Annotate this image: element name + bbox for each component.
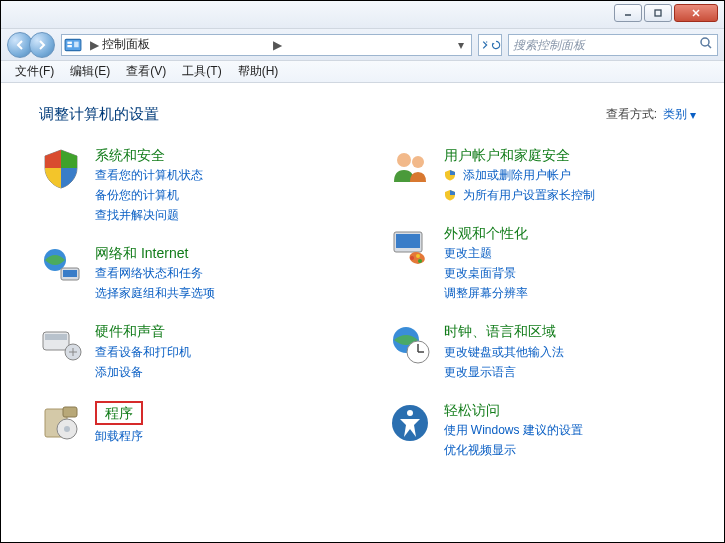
- category-system-security: 系统和安全 查看您的计算机状态 备份您的计算机 查找并解决问题: [39, 146, 348, 224]
- search-icon[interactable]: [699, 36, 713, 53]
- category-link[interactable]: 调整屏幕分辨率: [444, 284, 528, 302]
- category-ease-access: 轻松访问 使用 Windows 建议的设置 优化视频显示: [388, 401, 697, 459]
- category-link[interactable]: 选择家庭组和共享选项: [95, 284, 215, 302]
- category-link[interactable]: 更改主题: [444, 244, 528, 262]
- category-title[interactable]: 时钟、语言和区域: [444, 322, 564, 340]
- category-title[interactable]: 外观和个性化: [444, 224, 528, 242]
- address-box[interactable]: ▶ 控制面板 ▶ ▾: [61, 34, 472, 56]
- svg-rect-14: [45, 334, 67, 340]
- category-link[interactable]: 查看您的计算机状态: [95, 166, 203, 184]
- search-box[interactable]: [508, 34, 718, 56]
- svg-point-24: [410, 256, 414, 260]
- svg-rect-6: [67, 45, 72, 47]
- category-network: 网络和 Internet 查看网络状态和任务 选择家庭组和共享选项: [39, 244, 348, 302]
- view-by: 查看方式: 类别 ▾: [606, 106, 696, 123]
- menu-help[interactable]: 帮助(H): [230, 61, 287, 82]
- network-icon: [39, 244, 83, 288]
- control-panel-icon: [64, 37, 82, 53]
- view-by-label: 查看方式:: [606, 106, 657, 123]
- category-link[interactable]: 查看网络状态和任务: [95, 264, 215, 282]
- shield-icon: [39, 146, 83, 190]
- appearance-icon: [388, 224, 432, 268]
- menu-bar: 文件(F) 编辑(E) 查看(V) 工具(T) 帮助(H): [1, 61, 724, 83]
- category-programs: 程序 卸载程序: [39, 401, 348, 445]
- category-link[interactable]: 为所有用户设置家长控制: [444, 186, 595, 204]
- uac-shield-icon: [444, 188, 456, 200]
- breadcrumb-location[interactable]: 控制面板: [102, 36, 270, 53]
- address-bar: ▶ 控制面板 ▶ ▾: [1, 29, 724, 61]
- svg-line-9: [708, 45, 711, 48]
- category-title[interactable]: 程序: [105, 405, 133, 421]
- menu-edit[interactable]: 编辑(E): [62, 61, 118, 82]
- right-column: 用户帐户和家庭安全 添加或删除用户帐户 为所有用户设置家长控制 外观: [388, 146, 697, 459]
- svg-rect-19: [63, 407, 77, 417]
- category-title[interactable]: 用户帐户和家庭安全: [444, 146, 595, 164]
- category-link[interactable]: 更改桌面背景: [444, 264, 528, 282]
- breadcrumb-chevron-icon[interactable]: ▶: [270, 38, 286, 52]
- page-heading: 调整计算机的设置: [39, 105, 159, 124]
- users-icon: [388, 146, 432, 190]
- svg-rect-1: [655, 10, 661, 16]
- category-link[interactable]: 添加设备: [95, 363, 191, 381]
- category-link[interactable]: 查看设备和打印机: [95, 343, 191, 361]
- maximize-button[interactable]: [644, 4, 672, 22]
- category-appearance: 外观和个性化 更改主题 更改桌面背景 调整屏幕分辨率: [388, 224, 697, 302]
- clock-icon: [388, 322, 432, 366]
- hardware-icon: [39, 322, 83, 366]
- menu-tools[interactable]: 工具(T): [174, 61, 229, 82]
- ease-icon: [388, 401, 432, 445]
- category-title[interactable]: 轻松访问: [444, 401, 583, 419]
- category-users: 用户帐户和家庭安全 添加或删除用户帐户 为所有用户设置家长控制: [388, 146, 697, 204]
- category-link[interactable]: 备份您的计算机: [95, 186, 203, 204]
- svg-point-26: [418, 259, 422, 263]
- chevron-down-icon: ▾: [690, 108, 696, 122]
- category-clock: 时钟、语言和区域 更改键盘或其他输入法 更改显示语言: [388, 322, 697, 380]
- category-title[interactable]: 硬件和声音: [95, 322, 191, 340]
- category-link[interactable]: 使用 Windows 建议的设置: [444, 421, 583, 439]
- view-by-dropdown[interactable]: 类别 ▾: [663, 106, 696, 123]
- svg-point-8: [701, 38, 709, 46]
- svg-rect-5: [67, 41, 72, 43]
- svg-rect-7: [74, 41, 79, 47]
- category-link[interactable]: 添加或删除用户帐户: [444, 166, 595, 184]
- breadcrumb-chevron-icon[interactable]: ▶: [86, 38, 102, 52]
- forward-button[interactable]: [29, 32, 55, 58]
- svg-rect-12: [63, 270, 77, 277]
- minimize-button[interactable]: [614, 4, 642, 22]
- svg-point-18: [64, 426, 70, 432]
- category-hardware: 硬件和声音 查看设备和打印机 添加设备: [39, 322, 348, 380]
- category-link[interactable]: 优化视频显示: [444, 441, 583, 459]
- menu-view[interactable]: 查看(V): [118, 61, 174, 82]
- category-title[interactable]: 网络和 Internet: [95, 244, 215, 262]
- svg-point-20: [397, 153, 411, 167]
- category-link[interactable]: 卸载程序: [95, 427, 143, 445]
- address-dropdown-icon[interactable]: ▾: [453, 38, 469, 52]
- svg-point-21: [412, 156, 424, 168]
- menu-file[interactable]: 文件(F): [7, 61, 62, 82]
- close-button[interactable]: [674, 4, 718, 22]
- window-titlebar: [1, 1, 724, 29]
- uac-shield-icon: [444, 168, 456, 180]
- search-input[interactable]: [513, 38, 699, 52]
- svg-point-25: [416, 254, 420, 258]
- refresh-button[interactable]: [478, 34, 502, 56]
- svg-point-32: [407, 410, 413, 416]
- content-area: 调整计算机的设置 查看方式: 类别 ▾ 系统和安全 查看您的计算机状态 备份您的…: [1, 83, 724, 542]
- category-link[interactable]: 更改显示语言: [444, 363, 564, 381]
- svg-rect-23: [396, 234, 420, 248]
- category-link[interactable]: 查找并解决问题: [95, 206, 203, 224]
- programs-icon: [39, 401, 83, 445]
- left-column: 系统和安全 查看您的计算机状态 备份您的计算机 查找并解决问题 网络和 Inte…: [39, 146, 348, 459]
- category-link[interactable]: 更改键盘或其他输入法: [444, 343, 564, 361]
- category-title[interactable]: 系统和安全: [95, 146, 203, 164]
